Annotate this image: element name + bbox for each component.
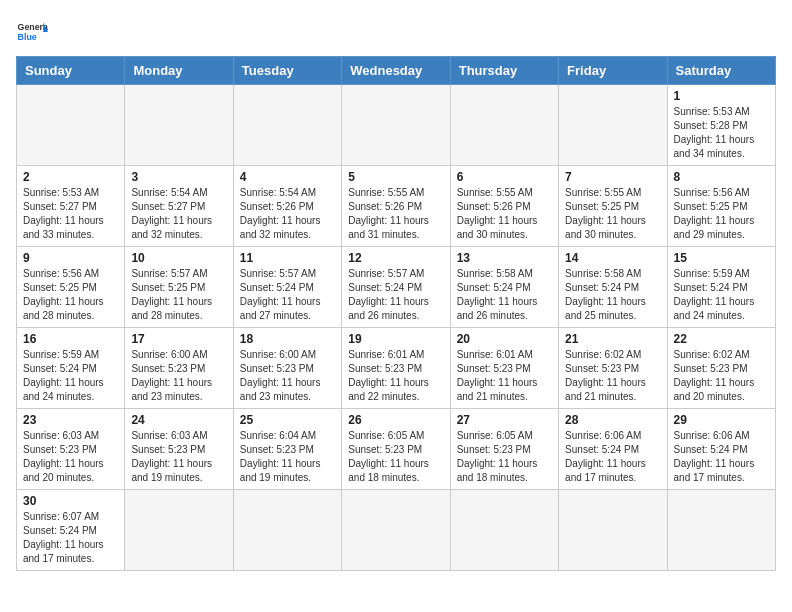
day-number: 14 bbox=[565, 251, 660, 265]
calendar-day-cell: 19Sunrise: 6:01 AMSunset: 5:23 PMDayligh… bbox=[342, 328, 450, 409]
day-info: Sunrise: 6:03 AMSunset: 5:23 PMDaylight:… bbox=[23, 429, 118, 485]
calendar-day-cell: 22Sunrise: 6:02 AMSunset: 5:23 PMDayligh… bbox=[667, 328, 775, 409]
weekday-header-thursday: Thursday bbox=[450, 57, 558, 85]
day-info: Sunrise: 6:02 AMSunset: 5:23 PMDaylight:… bbox=[565, 348, 660, 404]
day-number: 23 bbox=[23, 413, 118, 427]
calendar-day-cell bbox=[450, 490, 558, 571]
calendar-day-cell bbox=[450, 85, 558, 166]
day-info: Sunrise: 6:02 AMSunset: 5:23 PMDaylight:… bbox=[674, 348, 769, 404]
day-number: 25 bbox=[240, 413, 335, 427]
calendar-day-cell bbox=[125, 490, 233, 571]
day-number: 26 bbox=[348, 413, 443, 427]
calendar-day-cell: 11Sunrise: 5:57 AMSunset: 5:24 PMDayligh… bbox=[233, 247, 341, 328]
day-info: Sunrise: 5:58 AMSunset: 5:24 PMDaylight:… bbox=[565, 267, 660, 323]
calendar-day-cell: 5Sunrise: 5:55 AMSunset: 5:26 PMDaylight… bbox=[342, 166, 450, 247]
calendar-week-row: 2Sunrise: 5:53 AMSunset: 5:27 PMDaylight… bbox=[17, 166, 776, 247]
day-info: Sunrise: 5:57 AMSunset: 5:25 PMDaylight:… bbox=[131, 267, 226, 323]
calendar-day-cell: 20Sunrise: 6:01 AMSunset: 5:23 PMDayligh… bbox=[450, 328, 558, 409]
calendar-day-cell bbox=[559, 490, 667, 571]
calendar-day-cell: 6Sunrise: 5:55 AMSunset: 5:26 PMDaylight… bbox=[450, 166, 558, 247]
calendar-day-cell bbox=[342, 490, 450, 571]
day-info: Sunrise: 5:56 AMSunset: 5:25 PMDaylight:… bbox=[23, 267, 118, 323]
calendar-day-cell: 14Sunrise: 5:58 AMSunset: 5:24 PMDayligh… bbox=[559, 247, 667, 328]
day-info: Sunrise: 5:57 AMSunset: 5:24 PMDaylight:… bbox=[348, 267, 443, 323]
day-info: Sunrise: 6:06 AMSunset: 5:24 PMDaylight:… bbox=[674, 429, 769, 485]
calendar-day-cell: 16Sunrise: 5:59 AMSunset: 5:24 PMDayligh… bbox=[17, 328, 125, 409]
calendar-day-cell: 2Sunrise: 5:53 AMSunset: 5:27 PMDaylight… bbox=[17, 166, 125, 247]
day-number: 9 bbox=[23, 251, 118, 265]
calendar-day-cell: 24Sunrise: 6:03 AMSunset: 5:23 PMDayligh… bbox=[125, 409, 233, 490]
day-number: 2 bbox=[23, 170, 118, 184]
calendar-day-cell bbox=[233, 490, 341, 571]
day-info: Sunrise: 5:55 AMSunset: 5:26 PMDaylight:… bbox=[348, 186, 443, 242]
calendar-day-cell: 13Sunrise: 5:58 AMSunset: 5:24 PMDayligh… bbox=[450, 247, 558, 328]
day-number: 4 bbox=[240, 170, 335, 184]
day-info: Sunrise: 6:06 AMSunset: 5:24 PMDaylight:… bbox=[565, 429, 660, 485]
day-info: Sunrise: 6:00 AMSunset: 5:23 PMDaylight:… bbox=[240, 348, 335, 404]
calendar-week-row: 9Sunrise: 5:56 AMSunset: 5:25 PMDaylight… bbox=[17, 247, 776, 328]
calendar-day-cell: 28Sunrise: 6:06 AMSunset: 5:24 PMDayligh… bbox=[559, 409, 667, 490]
calendar-day-cell bbox=[125, 85, 233, 166]
day-number: 13 bbox=[457, 251, 552, 265]
day-info: Sunrise: 6:01 AMSunset: 5:23 PMDaylight:… bbox=[457, 348, 552, 404]
calendar-day-cell: 18Sunrise: 6:00 AMSunset: 5:23 PMDayligh… bbox=[233, 328, 341, 409]
calendar-day-cell: 25Sunrise: 6:04 AMSunset: 5:23 PMDayligh… bbox=[233, 409, 341, 490]
weekday-header-monday: Monday bbox=[125, 57, 233, 85]
day-number: 7 bbox=[565, 170, 660, 184]
calendar-day-cell: 1Sunrise: 5:53 AMSunset: 5:28 PMDaylight… bbox=[667, 85, 775, 166]
calendar-week-row: 23Sunrise: 6:03 AMSunset: 5:23 PMDayligh… bbox=[17, 409, 776, 490]
day-info: Sunrise: 6:03 AMSunset: 5:23 PMDaylight:… bbox=[131, 429, 226, 485]
day-number: 16 bbox=[23, 332, 118, 346]
day-number: 8 bbox=[674, 170, 769, 184]
day-number: 24 bbox=[131, 413, 226, 427]
calendar-day-cell bbox=[559, 85, 667, 166]
day-info: Sunrise: 5:55 AMSunset: 5:25 PMDaylight:… bbox=[565, 186, 660, 242]
day-number: 12 bbox=[348, 251, 443, 265]
calendar-day-cell bbox=[667, 490, 775, 571]
weekday-header-tuesday: Tuesday bbox=[233, 57, 341, 85]
page-header: General Blue bbox=[16, 16, 776, 48]
day-info: Sunrise: 5:53 AMSunset: 5:27 PMDaylight:… bbox=[23, 186, 118, 242]
day-info: Sunrise: 6:05 AMSunset: 5:23 PMDaylight:… bbox=[457, 429, 552, 485]
calendar-day-cell: 21Sunrise: 6:02 AMSunset: 5:23 PMDayligh… bbox=[559, 328, 667, 409]
day-number: 21 bbox=[565, 332, 660, 346]
day-info: Sunrise: 5:54 AMSunset: 5:26 PMDaylight:… bbox=[240, 186, 335, 242]
calendar-day-cell: 12Sunrise: 5:57 AMSunset: 5:24 PMDayligh… bbox=[342, 247, 450, 328]
day-info: Sunrise: 6:07 AMSunset: 5:24 PMDaylight:… bbox=[23, 510, 118, 566]
calendar-day-cell: 26Sunrise: 6:05 AMSunset: 5:23 PMDayligh… bbox=[342, 409, 450, 490]
day-number: 11 bbox=[240, 251, 335, 265]
calendar-day-cell: 10Sunrise: 5:57 AMSunset: 5:25 PMDayligh… bbox=[125, 247, 233, 328]
weekday-header-wednesday: Wednesday bbox=[342, 57, 450, 85]
calendar-day-cell bbox=[233, 85, 341, 166]
logo-area: General Blue bbox=[16, 16, 48, 48]
calendar-week-row: 30Sunrise: 6:07 AMSunset: 5:24 PMDayligh… bbox=[17, 490, 776, 571]
calendar-day-cell: 17Sunrise: 6:00 AMSunset: 5:23 PMDayligh… bbox=[125, 328, 233, 409]
day-number: 15 bbox=[674, 251, 769, 265]
calendar-day-cell: 30Sunrise: 6:07 AMSunset: 5:24 PMDayligh… bbox=[17, 490, 125, 571]
day-number: 6 bbox=[457, 170, 552, 184]
day-info: Sunrise: 6:00 AMSunset: 5:23 PMDaylight:… bbox=[131, 348, 226, 404]
calendar-table: SundayMondayTuesdayWednesdayThursdayFrid… bbox=[16, 56, 776, 571]
day-number: 17 bbox=[131, 332, 226, 346]
day-info: Sunrise: 5:55 AMSunset: 5:26 PMDaylight:… bbox=[457, 186, 552, 242]
weekday-header-sunday: Sunday bbox=[17, 57, 125, 85]
calendar-day-cell: 23Sunrise: 6:03 AMSunset: 5:23 PMDayligh… bbox=[17, 409, 125, 490]
calendar-week-row: 1Sunrise: 5:53 AMSunset: 5:28 PMDaylight… bbox=[17, 85, 776, 166]
day-info: Sunrise: 5:53 AMSunset: 5:28 PMDaylight:… bbox=[674, 105, 769, 161]
generalblue-logo-icon: General Blue bbox=[16, 16, 48, 48]
calendar-day-cell: 9Sunrise: 5:56 AMSunset: 5:25 PMDaylight… bbox=[17, 247, 125, 328]
calendar-day-cell: 27Sunrise: 6:05 AMSunset: 5:23 PMDayligh… bbox=[450, 409, 558, 490]
day-number: 3 bbox=[131, 170, 226, 184]
calendar-week-row: 16Sunrise: 5:59 AMSunset: 5:24 PMDayligh… bbox=[17, 328, 776, 409]
day-info: Sunrise: 5:58 AMSunset: 5:24 PMDaylight:… bbox=[457, 267, 552, 323]
day-info: Sunrise: 5:59 AMSunset: 5:24 PMDaylight:… bbox=[674, 267, 769, 323]
day-info: Sunrise: 6:04 AMSunset: 5:23 PMDaylight:… bbox=[240, 429, 335, 485]
day-number: 27 bbox=[457, 413, 552, 427]
day-info: Sunrise: 5:57 AMSunset: 5:24 PMDaylight:… bbox=[240, 267, 335, 323]
day-number: 10 bbox=[131, 251, 226, 265]
calendar-day-cell: 15Sunrise: 5:59 AMSunset: 5:24 PMDayligh… bbox=[667, 247, 775, 328]
day-number: 20 bbox=[457, 332, 552, 346]
calendar-day-cell bbox=[342, 85, 450, 166]
day-info: Sunrise: 6:05 AMSunset: 5:23 PMDaylight:… bbox=[348, 429, 443, 485]
day-number: 1 bbox=[674, 89, 769, 103]
